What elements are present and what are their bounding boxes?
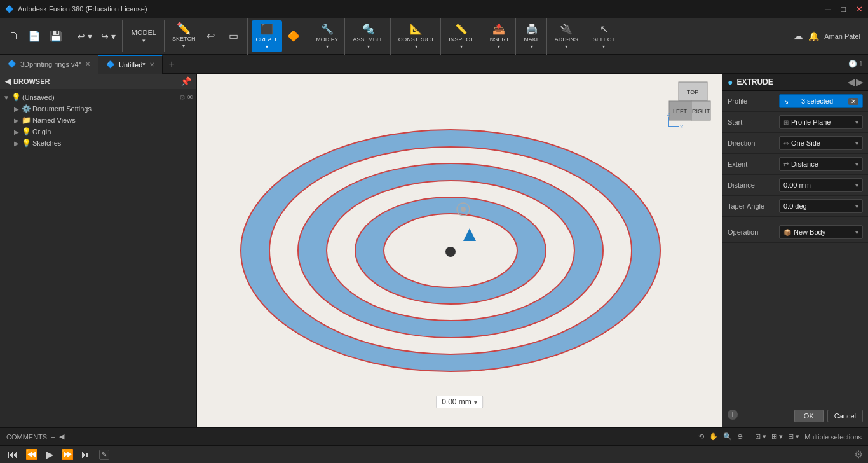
modify-button[interactable]: 🔧 MODIFY ▾: [312, 20, 342, 52]
tree-eye-unsaved[interactable]: 👁: [187, 93, 194, 101]
sidebar-collapse-button[interactable]: ◀: [5, 77, 11, 86]
pan-button[interactable]: ✋: [709, 432, 718, 441]
create2-button[interactable]: 🔶: [282, 20, 305, 52]
tab-3dprinting[interactable]: 🔷 3Dprinting rings v4* ✕: [0, 55, 98, 74]
tab-close-untitled[interactable]: ✕: [149, 61, 154, 68]
rect-button[interactable]: ▭: [222, 20, 245, 52]
inspect-button[interactable]: 📏 INSPECT ▾: [445, 20, 477, 52]
record-button[interactable]: ✎: [99, 450, 109, 460]
grid-button[interactable]: ⊞ ▾: [771, 432, 783, 441]
svg-text:RIGHT: RIGHT: [692, 108, 710, 114]
extrude-panel: ● EXTRUDE ◀ ▶ Profile ↘ 3 selected ✕ Sta…: [722, 74, 868, 427]
tree-item-origin[interactable]: ▶ 💡 Origin: [0, 126, 196, 137]
play-button[interactable]: ▶: [43, 448, 56, 460]
sidebar-pin-button[interactable]: 📌: [180, 76, 191, 86]
insert-button[interactable]: 📥 INSERT ▾: [484, 20, 513, 52]
app-title: Autodesk Fusion 360 (Education License): [18, 5, 147, 13]
modify-group: 🔧 MODIFY ▾: [309, 18, 345, 55]
distance-value[interactable]: 0.00 mm ▾: [779, 178, 863, 192]
direction-value[interactable]: ⇔ One Side ▾: [779, 136, 863, 150]
undo-button[interactable]: ↩ ▾: [74, 24, 96, 49]
title-bar: 🔷 Autodesk Fusion 360 (Education License…: [0, 0, 868, 18]
construct-button[interactable]: 📐 CONSTRUCT ▾: [395, 20, 438, 52]
undo2-button[interactable]: ↩: [199, 20, 222, 52]
svg-point-6: [445, 247, 456, 257]
distance-label: Distance: [728, 181, 775, 189]
profile-clear-button[interactable]: ✕: [848, 98, 858, 105]
panel-prev-button[interactable]: ◀: [848, 77, 855, 87]
tree-label-namedviews: Named Views: [32, 116, 194, 124]
assemble-button[interactable]: 🔩 ASSEMBLE ▾: [349, 20, 388, 52]
nav-cube[interactable]: TOP LEFT RIGHT X Z: [666, 79, 717, 130]
history-button[interactable]: 🕐 1: [848, 60, 863, 68]
taper-value[interactable]: 0.0 deg ▾: [779, 199, 863, 213]
assemble-group: 🔩 ASSEMBLE ▾: [346, 18, 391, 55]
prev-start-button[interactable]: ⏮: [5, 449, 20, 460]
tab-close-3dprinting[interactable]: ✕: [85, 60, 90, 67]
sketch-button[interactable]: ✏️ SKETCH ▾: [168, 20, 200, 52]
prev-button[interactable]: ⏪: [23, 448, 41, 460]
new-tab-button[interactable]: +: [163, 59, 181, 70]
tree-label-docsettings: Document Settings: [32, 105, 194, 113]
extent-value[interactable]: ⇄ Distance ▾: [779, 157, 863, 171]
view-button[interactable]: ⊟ ▾: [788, 432, 799, 441]
close-button[interactable]: ✕: [856, 4, 863, 14]
display-button[interactable]: ⊡ ▾: [755, 432, 766, 441]
extrude-header: ● EXTRUDE ◀ ▶: [722, 74, 868, 91]
tab-label: 3Dprinting rings v4*: [20, 60, 81, 68]
sidebar-title: BROWSER: [13, 78, 50, 85]
redo-button[interactable]: ↪ ▾: [97, 24, 119, 49]
tab-untitled[interactable]: 🔷 Untitled* ✕: [98, 55, 163, 74]
tree-icon-sketches: 💡: [22, 139, 31, 148]
extent-label: Extent: [728, 160, 775, 168]
status-add-button[interactable]: +: [51, 433, 55, 441]
cancel-button[interactable]: Cancel: [827, 410, 863, 422]
orbit-button[interactable]: ⟲: [698, 432, 704, 441]
ok-button[interactable]: OK: [794, 410, 824, 422]
tree-item-unsaved[interactable]: ▼ 💡 (Unsaved) ⚙ 👁: [0, 92, 196, 103]
zoom-button[interactable]: 🔍: [723, 432, 732, 441]
start-value[interactable]: ⊞ Profile Plane ▾: [779, 115, 863, 129]
tree-settings-unsaved[interactable]: ⚙: [179, 93, 186, 102]
status-pin-button[interactable]: ◀: [59, 432, 64, 441]
svg-text:LEFT: LEFT: [673, 108, 688, 114]
info-icon[interactable]: i: [728, 410, 738, 420]
model-dropdown[interactable]: MODEL ▾: [128, 25, 160, 48]
profile-value[interactable]: ↘ 3 selected ✕: [779, 94, 863, 108]
distance-dropdown-arrow: ▾: [855, 182, 858, 189]
tree-arrow-unsaved: ▼: [3, 94, 10, 101]
operation-text: New Body: [791, 228, 855, 236]
toolbar: 🗋 📄 💾 ↩ ▾ ↪ ▾ MODEL ▾ ✏️ SKETCH ▾: [0, 18, 868, 55]
measure-dropdown-arrow[interactable]: ▾: [474, 399, 477, 406]
minimize-button[interactable]: ─: [825, 4, 831, 14]
tree-item-namedviews[interactable]: ▶ 📁 Named Views: [0, 114, 196, 126]
canvas-area[interactable]: TOP LEFT RIGHT X Z 0.00 mm ▾: [197, 74, 722, 427]
new-button[interactable]: 🗋: [5, 24, 23, 49]
tree-arrow-origin: ▶: [13, 128, 20, 135]
cloud-icon[interactable]: ☁: [793, 30, 803, 42]
fit-button[interactable]: ⊕: [737, 432, 743, 441]
create-button[interactable]: ⬛ CREATE ▾: [252, 20, 282, 52]
next-end-button[interactable]: ⏭: [79, 449, 94, 460]
direction-dropdown-arrow: ▾: [855, 140, 858, 147]
rings-visualization: [228, 111, 673, 390]
tree-item-sketches[interactable]: ▶ 💡 Sketches: [0, 137, 196, 149]
settings-gear-icon[interactable]: ⚙: [854, 448, 863, 460]
make-button[interactable]: 🖨️ MAKE ▾: [520, 20, 544, 52]
notifications-icon[interactable]: 🔔: [808, 31, 819, 41]
select-button[interactable]: ↖ SELECT ▾: [589, 20, 619, 52]
create-group: ⬛ CREATE ▾ 🔶: [249, 18, 308, 55]
svg-text:TOP: TOP: [687, 89, 698, 95]
addins-group: 🔌 ADD-INS ▾: [548, 18, 585, 55]
next-button[interactable]: ⏩: [58, 448, 76, 460]
file-button[interactable]: 📄: [24, 24, 44, 49]
taper-dropdown-arrow: ▾: [855, 203, 858, 210]
make-group: 🖨️ MAKE ▾: [517, 18, 547, 55]
panel-next-button[interactable]: ▶: [856, 77, 863, 87]
save-button[interactable]: 💾: [46, 24, 66, 49]
addins-button[interactable]: 🔌 ADD-INS ▾: [551, 20, 582, 52]
tree-item-docsettings[interactable]: ▶ ⚙️ Document Settings: [0, 103, 196, 114]
operation-value[interactable]: 📦 New Body ▾: [779, 225, 863, 239]
user-label[interactable]: Aman Patel: [824, 32, 860, 40]
maximize-button[interactable]: □: [841, 4, 846, 14]
